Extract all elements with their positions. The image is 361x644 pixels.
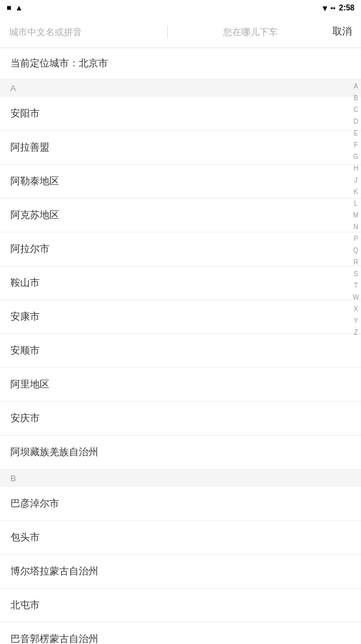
city-item[interactable]: 阿坝藏族羌族自治州 [0, 436, 361, 469]
city-list-container[interactable]: A安阳市阿拉善盟阿勒泰地区阿克苏地区阿拉尔市鞍山市安康市安顺市阿里地区安庆市阿坝… [0, 79, 361, 644]
city-item[interactable]: 安康市 [0, 300, 361, 334]
index-letter-f[interactable]: F [351, 139, 361, 151]
city-item[interactable]: 博尔塔拉蒙古自治州 [0, 555, 361, 589]
city-item[interactable]: 阿克苏地区 [0, 199, 361, 232]
app-icon-left: ■ [7, 3, 11, 12]
index-letter-w[interactable]: W [351, 292, 361, 303]
index-letter-j[interactable]: J [351, 175, 361, 186]
city-item[interactable]: 安庆市 [0, 402, 361, 436]
index-letter-h[interactable]: H [351, 163, 361, 175]
signal-icon: ▪▪ [330, 4, 336, 12]
index-letter-x[interactable]: X [351, 303, 361, 315]
city-item[interactable]: 巴彦淖尔市 [0, 487, 361, 521]
index-letter-y[interactable]: Y [351, 315, 361, 327]
cancel-button[interactable]: 取消 [332, 25, 352, 38]
city-item[interactable]: 安顺市 [0, 334, 361, 368]
status-right: ▾ ▪▪ 2:58 [323, 3, 354, 13]
section-header-b: B [0, 469, 361, 487]
time-display: 2:58 [339, 3, 354, 12]
city-item[interactable]: 阿拉尔市 [0, 232, 361, 266]
wifi-icon: ▾ [323, 3, 327, 13]
header-divider [167, 25, 168, 38]
index-letter-b[interactable]: B [351, 92, 361, 104]
city-item[interactable]: 鞍山市 [0, 266, 361, 300]
index-letter-a[interactable]: A [351, 81, 361, 92]
city-item[interactable]: 阿勒泰地区 [0, 165, 361, 199]
index-letter-r[interactable]: R [351, 257, 361, 268]
search-header: 取消 [0, 16, 361, 48]
status-left: ■ ▲ [7, 3, 23, 12]
app-icon-right: ▲ [15, 3, 23, 12]
index-letter-s[interactable]: S [351, 268, 361, 280]
section-header-a: A [0, 79, 361, 97]
city-item[interactable]: 北屯市 [0, 589, 361, 623]
alphabetical-index-bar[interactable]: ABCDEFGHJKLMNPQRSTWXYZ [351, 78, 361, 341]
city-item[interactable]: 阿拉善盟 [0, 131, 361, 165]
index-letter-m[interactable]: M [351, 210, 361, 221]
index-letter-d[interactable]: D [351, 116, 361, 128]
status-bar: ■ ▲ ▾ ▪▪ 2:58 [0, 0, 361, 16]
index-letter-p[interactable]: P [351, 233, 361, 245]
current-location-city: 北京市 [79, 57, 108, 68]
get-off-input[interactable] [174, 27, 326, 37]
index-letter-e[interactable]: E [351, 128, 361, 139]
index-letter-k[interactable]: K [351, 186, 361, 198]
index-letter-g[interactable]: G [351, 151, 361, 163]
city-item[interactable]: 巴音郭楞蒙古自治州 [0, 623, 361, 644]
city-item[interactable]: 安阳市 [0, 97, 361, 131]
city-item[interactable]: 包头市 [0, 521, 361, 555]
index-letter-z[interactable]: Z [351, 327, 361, 339]
index-letter-q[interactable]: Q [351, 245, 361, 257]
city-search-input[interactable] [9, 27, 161, 37]
current-location-label: 当前定位城市： [10, 57, 79, 68]
index-letter-c[interactable]: C [351, 104, 361, 116]
current-location-bar: 当前定位城市：北京市 [0, 48, 361, 79]
city-item[interactable]: 阿里地区 [0, 368, 361, 402]
index-letter-l[interactable]: L [351, 198, 361, 210]
index-letter-t[interactable]: T [351, 280, 361, 292]
index-letter-n[interactable]: N [351, 221, 361, 233]
